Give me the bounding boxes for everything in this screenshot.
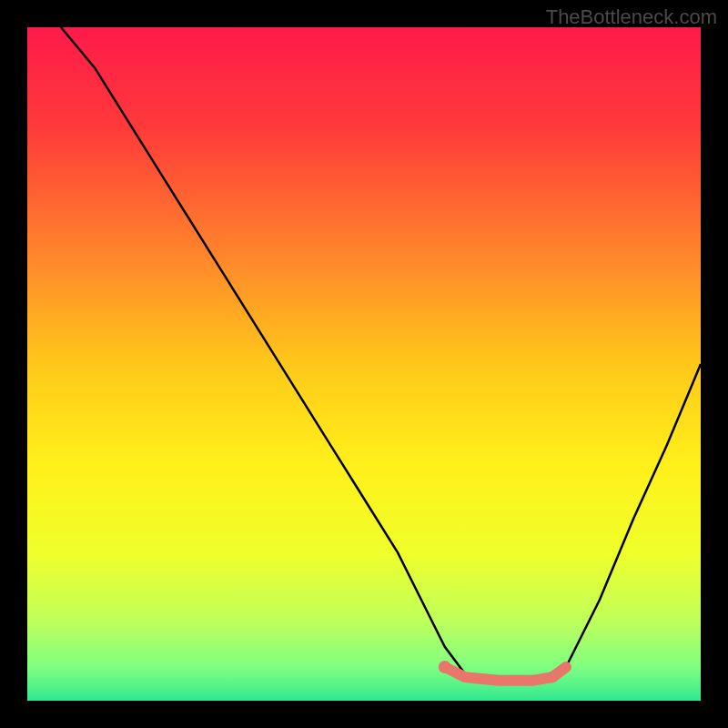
watermark-text: TheBottleneck.com — [546, 5, 717, 29]
chart-area — [27, 27, 701, 701]
chart-svg — [27, 27, 701, 701]
highlight-point — [439, 661, 451, 673]
